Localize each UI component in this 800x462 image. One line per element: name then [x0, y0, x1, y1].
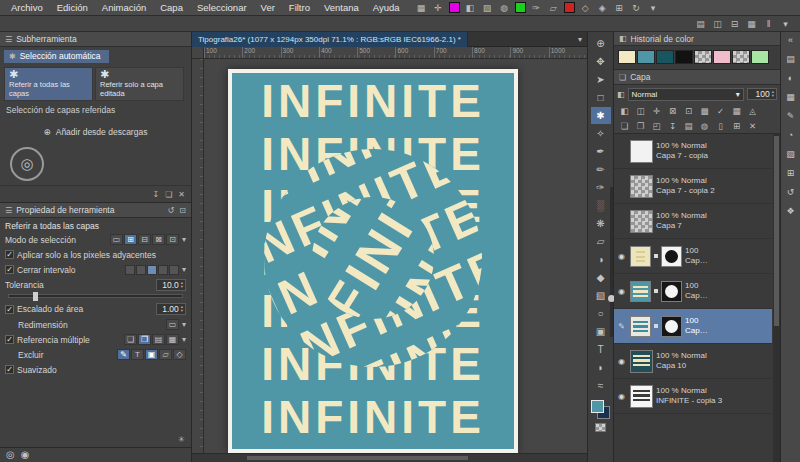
workspace-icon[interactable]: ▤: [694, 18, 707, 30]
ref-all-icon[interactable]: ❏: [124, 334, 137, 345]
layer-thumbnail[interactable]: [630, 281, 651, 302]
rotate-view-icon[interactable]: ↻: [630, 2, 643, 14]
brush-size-panel-icon[interactable]: ◔: [788, 130, 793, 140]
palette-color-dropdown-icon[interactable]: ◧: [617, 90, 625, 99]
brush-tool-icon[interactable]: ✑: [591, 179, 611, 196]
canvas-paper[interactable]: INFINITEINFINITEINFINITEINFINITEINFINITE…: [228, 69, 518, 453]
add-correction-icon[interactable]: ✛: [649, 104, 664, 117]
palette-color-icon[interactable]: ◧: [617, 104, 632, 117]
layer-thumbnail[interactable]: [630, 385, 653, 408]
quick-tool-button-2[interactable]: ◉: [21, 450, 30, 460]
menubar-item[interactable]: Ayuda: [366, 2, 407, 13]
mode-intersect-icon[interactable]: ⊡: [166, 234, 179, 245]
auto-select-tool-icon[interactable]: ✱: [591, 107, 611, 124]
selection-tool-icon[interactable]: □: [591, 89, 611, 106]
transfer-down-icon[interactable]: ↧: [665, 119, 680, 132]
opacity-spinner[interactable]: 100 ▴▾: [747, 88, 777, 100]
layer-row[interactable]: ◉ 100 % Normal Capa 10: [614, 344, 772, 379]
tolerance-slider[interactable]: [8, 294, 183, 298]
quick-access-panel-icon[interactable]: ▤: [786, 54, 795, 64]
toolbar-more-icon[interactable]: ▾: [647, 2, 660, 14]
gap-level-box[interactable]: [136, 265, 146, 275]
resize-mode-icon[interactable]: ▭: [166, 319, 179, 330]
spin-down-icon[interactable]: ▾: [772, 94, 774, 98]
menubar-item[interactable]: Animación: [95, 2, 153, 13]
history-panel-icon[interactable]: ↺: [787, 187, 795, 197]
merge-down-icon[interactable]: ▤: [681, 119, 696, 132]
apply-mask-icon[interactable]: ▯: [713, 119, 728, 132]
transparent-color-swatch[interactable]: [595, 423, 606, 432]
layer-mask-thumbnail[interactable]: [661, 246, 682, 267]
tool-settings-wrench-icon[interactable]: ✳: [178, 435, 185, 444]
main-color-swatch[interactable]: [591, 400, 604, 413]
figure-tool-icon[interactable]: ○: [591, 305, 611, 322]
new-folder-icon[interactable]: ◰: [649, 119, 664, 132]
mask-link-icon[interactable]: [654, 289, 658, 293]
layer-color-icon[interactable]: ◬: [745, 104, 760, 117]
panel-menu-icon[interactable]: ☰: [5, 35, 12, 44]
eye-icon[interactable]: ◉: [616, 392, 627, 401]
document-tab[interactable]: Tipografia26* (1077 x 1294px 350dpi 71.1…: [192, 32, 468, 47]
layer-row[interactable]: ◉ 100 % Normal INFINITE - copia 3: [614, 379, 772, 414]
ref-folder-icon[interactable]: ❐: [138, 334, 151, 345]
operation-tool-icon[interactable]: ➤: [591, 71, 611, 88]
duplicate-subtool-icon[interactable]: ❏: [165, 190, 172, 199]
exclude-draft-icon[interactable]: ✎: [117, 349, 130, 360]
split-panel-icon[interactable]: ◫: [711, 18, 724, 30]
eraser-settings-icon[interactable]: ▱: [547, 2, 560, 14]
new-vector-layer-icon[interactable]: ❐: [633, 119, 648, 132]
quick-tool-button-1[interactable]: ◎: [6, 450, 15, 460]
layer-row[interactable]: 100 % Normal Capa 7 - copia: [614, 134, 772, 169]
move-tool-icon[interactable]: ✥: [591, 53, 611, 70]
gap-level-box[interactable]: [125, 265, 135, 275]
reset-tool-icon[interactable]: ↺: [168, 206, 175, 215]
adjacent-pixels-checkbox[interactable]: ✓: [5, 250, 14, 259]
canvas-viewport[interactable]: INFINITEINFINITEINFINITEINFINITEINFINITE…: [204, 59, 587, 453]
menubar-item[interactable]: Filtro: [282, 2, 317, 13]
mode-new-icon[interactable]: ▭: [110, 234, 123, 245]
eraser-tool-icon[interactable]: ▱: [591, 233, 611, 250]
snap-special-ruler-icon[interactable]: ◈: [596, 2, 609, 14]
spin-down-icon[interactable]: ▾: [181, 285, 183, 289]
layer-list-scrollbar[interactable]: [773, 134, 780, 462]
mode-add-icon[interactable]: ⊞: [124, 234, 137, 245]
register-tool-icon[interactable]: ⊡: [179, 206, 186, 215]
navigator-panel-icon[interactable]: ⊞: [787, 168, 795, 178]
subtool-refer-all-layers[interactable]: ✱ Referir a todas las capas: [4, 67, 93, 101]
main-color-swatch[interactable]: [449, 2, 460, 13]
eye-icon[interactable]: ◉: [616, 357, 627, 366]
mask-link-icon[interactable]: [654, 324, 658, 328]
current-tool-badge[interactable]: ✱ Selección automática: [4, 50, 109, 63]
pattern-settings-icon[interactable]: ▨: [481, 2, 494, 14]
zoom-tool-icon[interactable]: ⊕: [591, 35, 611, 52]
color-wheel-panel-icon[interactable]: ◐: [788, 73, 793, 83]
eye-icon[interactable]: ◉: [616, 252, 627, 261]
eye-icon[interactable]: ◉: [616, 287, 627, 296]
grid-toggle-icon[interactable]: ▦: [745, 18, 758, 30]
gradient-settings-icon[interactable]: ◧: [464, 2, 477, 14]
divide-frame-icon[interactable]: ⊞: [729, 119, 744, 132]
layer-thumbnail[interactable]: [630, 140, 653, 163]
gap-level-box[interactable]: [169, 265, 179, 275]
subtool-refer-edited-layer[interactable]: ✱ Referir solo a capa editada: [95, 67, 184, 101]
layer-row[interactable]: ◉ 100 Cap…: [614, 239, 772, 274]
alert-color-swatch[interactable]: [564, 2, 575, 13]
layer-mask-thumbnail[interactable]: [661, 316, 682, 337]
clip-at-layer-icon[interactable]: ⊠: [665, 104, 680, 117]
eyedropper-tool-icon[interactable]: ✧: [591, 125, 611, 142]
gap-dropdown-icon[interactable]: ▾: [182, 265, 186, 274]
lock-transparent-pixels-icon[interactable]: ▩: [697, 104, 712, 117]
color-set-panel-icon[interactable]: ▦: [786, 92, 795, 102]
fill-tool-icon[interactable]: ◆: [591, 269, 611, 286]
pen-pressure-panel-icon[interactable]: ✎: [787, 111, 795, 121]
color-history-swatch[interactable]: [656, 50, 674, 64]
layer-mask-thumbnail[interactable]: [661, 281, 682, 302]
layer-row[interactable]: 100 % Normal Capa 7: [614, 204, 772, 239]
screen-settings-icon[interactable]: ✛: [432, 2, 445, 14]
layer-row[interactable]: ◉ 100 Cap…: [614, 274, 772, 309]
blend-mode-select[interactable]: Normal ▾: [628, 88, 744, 101]
asset-placeholder-icon[interactable]: ◎: [10, 147, 44, 181]
show-detail-icon[interactable]: ↧: [152, 190, 159, 199]
area-scaling-spinner[interactable]: 1.00 ▴▾: [156, 303, 186, 315]
tab-list-dropdown-icon[interactable]: ▾: [573, 35, 587, 44]
